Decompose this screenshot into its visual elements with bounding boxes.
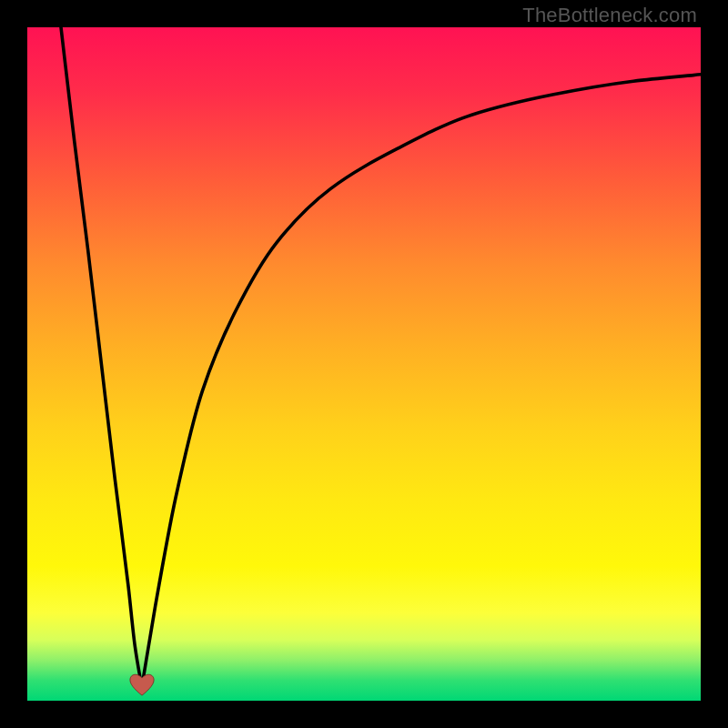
heart-marker [129,672,155,696]
watermark-text: TheBottleneck.com [522,4,697,27]
bottleneck-curve [27,27,701,701]
curve-left-branch [61,27,142,687]
curve-right-branch [142,75,701,687]
plot-area [27,27,701,701]
heart-icon [129,672,155,696]
chart-frame: TheBottleneck.com [0,0,728,728]
